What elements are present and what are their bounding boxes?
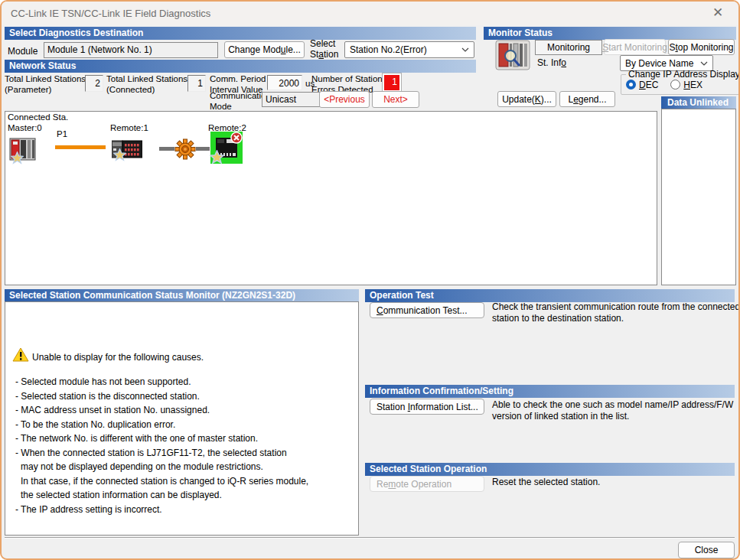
unable-to-display-text: Unable to display for the following caus… — [32, 352, 204, 363]
station-information-list-description: Able to check the one such as model name… — [492, 399, 733, 422]
section-header-operation-test: Operation Test — [365, 289, 735, 302]
radio-unselected-icon — [670, 80, 680, 90]
section-header-info-confirmation: Information Confirmation/Setting — [365, 385, 735, 398]
start-monitoring-button: Start Monitoring — [604, 39, 666, 55]
change-module-button[interactable]: Change Module... — [224, 41, 305, 58]
total-linked-parameter-value: 2 — [85, 75, 103, 92]
window-title: CC-Link IE TSN/CC-Link IE Field Diagnost… — [11, 8, 210, 19]
legend-button[interactable]: Legend... — [559, 91, 615, 107]
dec-radio[interactable]: DEC — [626, 80, 658, 90]
section-header-monitor-status: Monitor Status — [484, 27, 736, 40]
cause-item: - MAC address unset in station No. unass… — [15, 403, 308, 418]
total-linked-connected-value: 1 — [187, 75, 206, 92]
title-bar: CC-Link IE TSN/CC-Link IE Field Diagnost… — [2, 2, 738, 25]
settings-gear-icon — [174, 138, 196, 160]
cause-list: - Selected module has not been supported… — [15, 375, 308, 516]
total-linked-parameter-label: Total Linked Stations(Parameter) — [5, 74, 86, 95]
cause-item: - The IP address setting is incorrect. — [15, 503, 308, 517]
port1-label: P1 — [57, 129, 67, 138]
section-header-station-monitor: Selected Station Communication Status Mo… — [5, 289, 359, 302]
select-station-label: Select Station — [310, 38, 338, 60]
window-close-icon[interactable]: ✕ — [709, 5, 726, 21]
st-info-label: St. Info — [537, 57, 566, 68]
monitor-status-icon — [495, 40, 530, 70]
section-header-network-status: Network Status — [5, 60, 476, 73]
warning-icon — [12, 347, 29, 362]
section-header-selected-station-operation: Selected Station Operation — [365, 463, 735, 476]
module-value-field: Module 1 (Network No. 1) — [44, 42, 218, 58]
cause-item: may not be displayed depending on the mo… — [15, 460, 308, 474]
comm-period-value: 2000 — [267, 75, 302, 90]
cause-item: - Selected module has not been supported… — [15, 375, 308, 389]
remote1-reserved-star-icon — [113, 148, 126, 161]
connected-station-label: Connected Sta. — [8, 112, 68, 122]
chevron-down-icon — [461, 47, 469, 52]
station-select-dropdown[interactable]: Station No.2(Error) — [344, 41, 474, 58]
radio-selected-icon — [626, 80, 636, 90]
cable-p1 — [55, 145, 106, 149]
cause-item: - To be the station No. duplication erro… — [15, 418, 308, 432]
close-button[interactable]: Close — [678, 542, 735, 558]
cause-item: - The network No. is different with the … — [15, 431, 308, 446]
master-station-label: Master:0 — [8, 123, 42, 132]
cause-item: - Selected station is the disconnected s… — [15, 389, 308, 404]
data-unlinked-header: Data Unlinked — [661, 96, 736, 109]
module-label: Module — [8, 46, 37, 57]
stop-monitoring-button[interactable]: Stop Monitoring — [668, 39, 735, 55]
footer-divider — [5, 537, 735, 539]
link-dash-left — [159, 147, 174, 151]
remote-operation-description: Reset the selected station. — [492, 477, 600, 488]
communication-test-button[interactable]: Communication Test... — [370, 302, 484, 318]
link-dash-right — [196, 147, 210, 151]
data-unlinked-list — [661, 109, 736, 285]
remote2-reserved-star-icon — [210, 150, 224, 164]
total-linked-connected-label: Total Linked Stations(Connected) — [106, 74, 187, 95]
section-header-select-diagnostics: Select Diagnostics Destination — [5, 27, 476, 40]
station-errors-count: 1 — [383, 73, 401, 92]
station-information-list-button[interactable]: Station Information List... — [370, 399, 484, 415]
remote-operation-button: Remote Operation — [370, 476, 484, 492]
change-ip-display-group: Change IP Address Display DEC HEX — [621, 69, 740, 95]
previous-error-button[interactable]: <Previous — [319, 91, 370, 108]
cause-item: - When the connected station is LJ71GF11… — [15, 446, 308, 461]
chevron-down-icon — [700, 61, 708, 66]
change-ip-display-label: Change IP Address Display — [626, 69, 740, 80]
master-reserved-star-icon — [11, 151, 24, 164]
monitoring-state-indicator: Monitoring — [535, 40, 602, 55]
hex-radio[interactable]: HEX — [670, 80, 703, 90]
update-button[interactable]: Update(K)... — [497, 91, 556, 107]
remote1-station-label: Remote:1 — [110, 123, 148, 132]
diagnostics-dialog: CC-Link IE TSN/CC-Link IE Field Diagnost… — [0, 0, 740, 560]
communication-test-description: Check the transient communication route … — [492, 301, 740, 324]
next-error-button[interactable]: Next> — [372, 91, 419, 108]
cause-item: In that case, if the connected station i… — [15, 474, 308, 489]
cause-item: the selected station information can be … — [15, 488, 308, 503]
network-map-panel — [5, 111, 657, 285]
